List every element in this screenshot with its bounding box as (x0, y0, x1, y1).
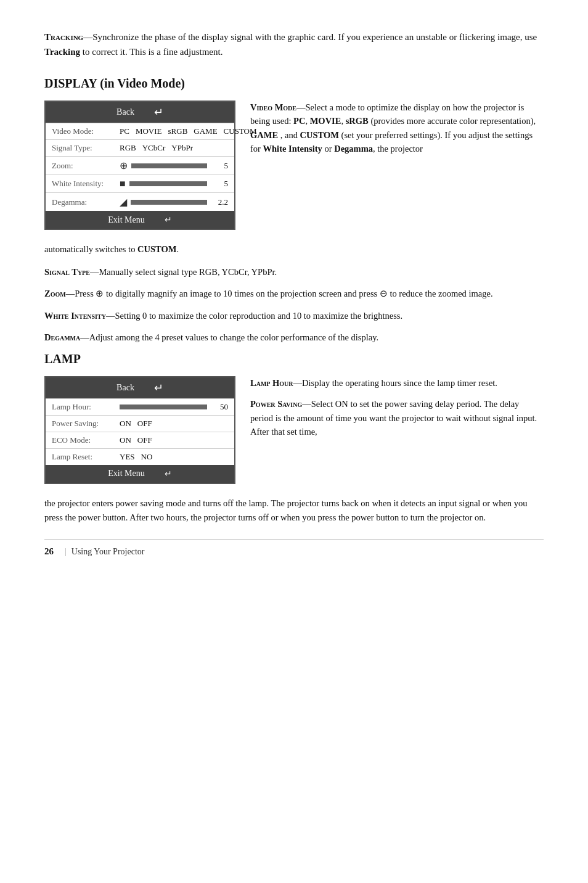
lamp-reset-row: Lamp Reset: YES NO (46, 448, 234, 465)
white-intensity-slider-bar (129, 181, 207, 186)
lamp-hour-slider-row: 50 (120, 402, 228, 412)
video-mode-title: Video Mode (250, 102, 296, 112)
video-mode-movie: MOVIE (310, 116, 341, 126)
lamp-hour-value: 50 (211, 402, 228, 412)
white-intensity-feature-text: Setting 0 to maximize the color reproduc… (115, 311, 402, 321)
degamma-feature-dash: — (80, 332, 89, 342)
lamp-right-desc: Lamp Hour—Display the operating hours si… (250, 376, 544, 484)
lamp-back-label: Back (116, 383, 134, 393)
lamp-exit-enter-icon: ↵ (165, 469, 172, 479)
white-intensity-feature-label: White Intensity (44, 311, 106, 321)
display-zoom-slider-row: ⊕ 5 (120, 160, 228, 171)
signal-type-feature: Signal Type—Manually select signal type … (44, 265, 544, 279)
opt-off-eco: OFF (137, 435, 152, 445)
opt-ypbpr: YPbPr (171, 143, 193, 153)
white-intensity-value: 5 (211, 179, 228, 189)
display-back-label: Back (116, 107, 134, 117)
display-heading: DISPLAY (in Video Mode) (44, 76, 544, 91)
lamp-reset-label: Lamp Reset: (52, 452, 120, 462)
tracking-section: Tracking—Synchronize the phase of the di… (44, 30, 544, 59)
display-menu-footer: Exit Menu ↵ (46, 211, 234, 229)
display-white-intensity-row: White Intensity: ■ 5 (46, 175, 234, 192)
display-video-mode-row: Video Mode: PC MOVIE sRGB GAME CUSTOM (46, 123, 234, 139)
display-exit-enter-icon: ↵ (165, 215, 172, 225)
video-mode-comma1: , (305, 116, 309, 126)
display-right-desc: Video Mode—Select a mode to optimize the… (250, 101, 544, 230)
footer-separator: | (65, 547, 67, 557)
opt-on-power: ON (120, 419, 131, 429)
power-saving-title: Power Saving (250, 399, 302, 409)
page-number: 26 (44, 546, 54, 557)
lamp-power-saving-options: ON OFF (120, 419, 228, 429)
power-saving-desc-dash: — (302, 399, 311, 409)
video-mode-degamma: Degamma (334, 144, 373, 154)
lamp-eco-mode-label: ECO Mode: (52, 435, 120, 445)
display-zoom-row: Zoom: ⊕ 5 (46, 156, 234, 175)
lamp-eco-mode-row: ECO Mode: ON OFF (46, 432, 234, 448)
white-intensity-icon: ■ (120, 178, 126, 189)
lamp-hour-desc: Lamp Hour—Display the operating hours si… (250, 376, 544, 390)
lamp-hour-desc-text: Display the operating hours since the la… (302, 378, 497, 388)
lamp-reset-options: YES NO (120, 452, 228, 462)
opt-game: GAME (194, 126, 217, 136)
zoom-feature: Zoom—Press ⊕ to digitally magnify an ima… (44, 287, 544, 301)
lamp-eco-mode-options: ON OFF (120, 435, 228, 445)
zoom-text3: to reduce the zoomed image. (390, 289, 492, 298)
tracking-text2: to correct it. This is a fine adjustment… (80, 47, 223, 57)
footer-text: Using Your Projector (71, 547, 145, 557)
zoom-text2: to digitally magnify an image to 10 time… (106, 289, 380, 298)
display-video-mode-label: Video Mode: (52, 126, 120, 136)
white-intensity-feature: White Intensity—Setting 0 to maximize th… (44, 309, 544, 323)
video-mode-custom: CUSTOM (300, 130, 339, 140)
display-video-mode-options: PC MOVIE sRGB GAME CUSTOM (120, 126, 257, 136)
zoom-plus: ⊕ (96, 289, 106, 298)
video-mode-pc: PC (293, 116, 305, 126)
lamp-enter-icon: ↵ (154, 381, 163, 395)
display-degamma-label: Degamma: (52, 197, 120, 207)
video-mode-game: GAME (250, 130, 278, 140)
auto-switch-custom: CUSTOM (137, 244, 176, 254)
zoom-text1: Press (75, 289, 96, 298)
white-intensity-feature-dash: — (106, 311, 115, 321)
lamp-power-saving-label: Power Saving: (52, 419, 120, 429)
degamma-feature-text: Adjust among the 4 preset values to chan… (89, 332, 378, 342)
signal-type-dash: — (90, 267, 99, 277)
page-footer: 26 | Using Your Projector (44, 540, 544, 557)
degamma-feature-label: Degamma (44, 332, 80, 342)
signal-type-label: Signal Type (44, 267, 90, 277)
lamp-power-saving-row: Power Saving: ON OFF (46, 415, 234, 432)
video-mode-comma2: , (341, 116, 345, 126)
signal-type-text: Manually select signal type RGB, YCbCr, … (99, 267, 277, 277)
display-enter-icon: ↵ (154, 105, 163, 119)
display-menu-box: Back ↵ Video Mode: PC MOVIE sRGB GAME CU… (44, 101, 235, 230)
zoom-label: Zoom (44, 289, 66, 298)
opt-yes: YES (120, 452, 135, 462)
display-signal-type-options: RGB YCbCr YPbPr (120, 143, 228, 153)
tracking-text: —Synchronize the phase of the display si… (83, 32, 537, 42)
display-exit-label: Exit Menu (108, 215, 145, 225)
lamp-menu-box: Back ↵ Lamp Hour: 50 Power Saving: ON OF… (44, 376, 235, 484)
video-mode-srgb: sRGB (346, 116, 369, 126)
video-mode-white-intensity: White Intensity (263, 144, 322, 154)
degamma-value: 2.2 (211, 197, 228, 207)
opt-rgb: RGB (120, 143, 136, 153)
zoom-minus: ⊖ (380, 289, 390, 298)
display-white-intensity-label: White Intensity: (52, 179, 120, 189)
display-menu-header: Back ↵ (46, 102, 234, 123)
opt-ycbcr: YCbCr (142, 143, 166, 153)
power-saving-desc: Power Saving—Select ON to set the power … (250, 397, 544, 438)
lamp-exit-label: Exit Menu (108, 469, 145, 478)
degamma-slider-bar (131, 200, 207, 205)
zoom-plus-icon: ⊕ (120, 160, 128, 171)
opt-off-power: OFF (137, 419, 152, 429)
display-section: DISPLAY (in Video Mode) Back ↵ Video Mod… (44, 76, 544, 345)
lamp-hour-title: Lamp Hour (250, 378, 293, 388)
opt-pc: PC (120, 126, 129, 136)
lamp-layout: Back ↵ Lamp Hour: 50 Power Saving: ON OF… (44, 376, 544, 484)
lamp-menu-header: Back ↵ (46, 377, 234, 398)
video-mode-game-note: , and (278, 130, 300, 140)
video-mode-dash: — (296, 102, 306, 112)
video-mode-or: or (322, 144, 334, 154)
opt-on-eco: ON (120, 435, 131, 445)
display-desc-below: automatically switches to CUSTOM. (44, 242, 544, 257)
